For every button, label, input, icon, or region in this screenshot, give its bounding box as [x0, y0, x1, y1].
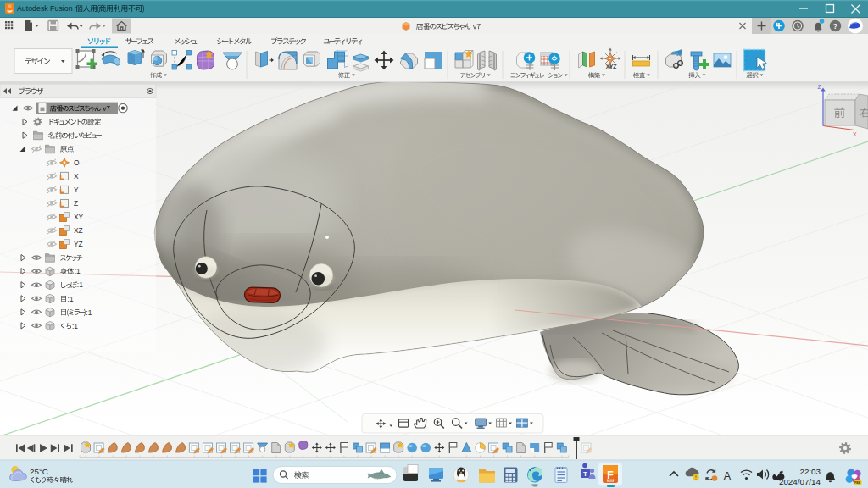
svg-text:A: A: [724, 470, 732, 482]
svg-text:T: T: [583, 470, 587, 478]
svg-text:PDE: PDE: [608, 479, 614, 482]
svg-text:PBE: PBE: [854, 481, 861, 485]
svg-text::1: :1: [68, 295, 74, 303]
svg-text:XY: XY: [74, 213, 84, 221]
svg-text:X: X: [853, 131, 857, 137]
svg-text::1: :1: [86, 308, 92, 317]
svg-text:XYZ: XYZ: [606, 64, 617, 69]
svg-text:YZ: YZ: [74, 240, 83, 248]
svg-text:Z: Z: [74, 199, 78, 208]
svg-text:2024/07/14: 2024/07/14: [779, 477, 821, 486]
svg-text:25°C: 25°C: [30, 467, 48, 476]
svg-text:Autodesk Fusion: Autodesk Fusion: [17, 4, 73, 13]
svg-text:Y: Y: [74, 186, 79, 194]
svg-text::1: :1: [77, 280, 83, 289]
svg-text:22:03: 22:03: [799, 467, 821, 476]
svg-text:X: X: [74, 172, 79, 180]
svg-text:XZ: XZ: [74, 226, 83, 235]
svg-text::1: :1: [72, 322, 78, 330]
svg-text:?: ?: [833, 21, 838, 30]
svg-text::1: :1: [75, 267, 81, 275]
svg-text:O: O: [74, 158, 80, 167]
svg-text:Z: Z: [818, 84, 822, 90]
